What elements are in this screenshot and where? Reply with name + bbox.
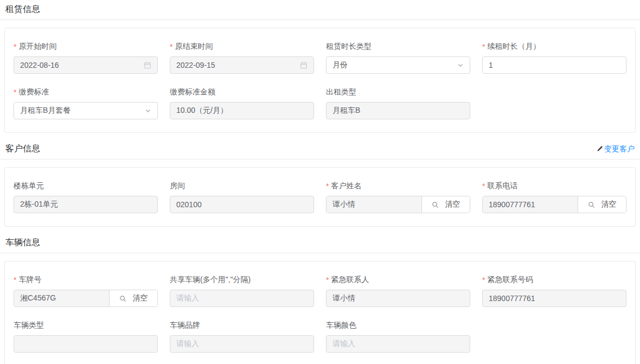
field-room: 房间020100 (170, 181, 314, 213)
section-card: *原开始时间2022-08-16*原结束时间2022-09-15租赁时长类型月份… (4, 28, 636, 133)
plate-number-actions: 清空 (110, 290, 157, 306)
search-icon[interactable] (119, 295, 126, 302)
vehicle-color-label: 车辆颜色 (326, 320, 470, 331)
building-unit-label: 楼栋单元 (14, 181, 158, 191)
search-icon[interactable] (432, 201, 439, 208)
lease-duration-type-select[interactable]: 月份 (326, 56, 470, 74)
emergency-contact-label: *紧急联系人 (326, 274, 470, 285)
section-header: 租赁信息 (0, 0, 640, 20)
change-customer-label: 变更客户 (604, 143, 635, 155)
required-asterisk: * (14, 276, 16, 284)
customer-name-label: *客户姓名 (326, 181, 470, 191)
input-value: 18900777761 (489, 294, 620, 303)
original-end-date-input: 2022-09-15 (170, 56, 314, 74)
field-grid: *原开始时间2022-08-16*原结束时间2022-09-15租赁时长类型月份… (14, 41, 626, 119)
section-card: *车牌号湘C4567G清空共享车辆(多个用","分隔)请输入*紧急联系人谭小情*… (4, 261, 636, 364)
field-payment-standard-amount: 缴费标准金额10.00（元/月） (170, 87, 314, 119)
field-label-text: 缴费标准金额 (170, 87, 215, 97)
input-placeholder: 请输入 (176, 293, 308, 303)
field-label-text: 车辆类型 (14, 321, 44, 330)
field-label-text: 车辆颜色 (326, 321, 356, 330)
rental-type-input: 月租车B (326, 102, 470, 119)
field-emergency-phone: *紧急联系号码18900777761 (482, 274, 626, 307)
required-asterisk: * (326, 276, 329, 284)
field-renewal-duration-months: *续租时长（月）1 (482, 41, 626, 74)
vehicle-color-input: 请输入 (326, 335, 470, 353)
required-asterisk: * (14, 42, 16, 51)
lease-duration-type-label: 租赁时长类型 (326, 41, 470, 52)
required-asterisk: * (326, 182, 329, 190)
input-value: 2022-09-15 (176, 61, 300, 69)
field-rental-type: 出租类型月租车B (326, 87, 470, 119)
field-vehicle-brand: 车辆品牌请输入 (170, 320, 314, 353)
plate-number-search-group: 湘C4567G清空 (14, 290, 158, 307)
section-card: 楼栋单元2栋-01单元房间020100*客户姓名谭小情清空*联系电话189007… (4, 167, 636, 227)
chevron-down-icon (145, 107, 151, 114)
field-lease-duration-type: 租赁时长类型月份 (326, 41, 470, 74)
section-header: 客户信息变更客户 (0, 139, 640, 159)
change-customer-link[interactable]: 变更客户 (597, 143, 635, 155)
field-label-text: 共享车辆(多个用","分隔) (170, 275, 251, 285)
field-original-start-date: *原开始时间2022-08-16 (14, 41, 158, 74)
required-asterisk: * (170, 42, 172, 51)
input-value: 谭小情 (332, 293, 464, 303)
required-asterisk: * (482, 182, 485, 190)
emergency-phone-label: *紧急联系号码 (482, 274, 626, 285)
room-input: 020100 (170, 196, 314, 213)
input-value: 谭小情 (332, 200, 355, 209)
emergency-contact-input: 谭小情 (326, 290, 470, 307)
input-value: 2栋-01单元 (20, 200, 151, 209)
input-placeholder: 请输入 (332, 339, 464, 349)
contact-phone-search-group: 18900777761清空 (482, 196, 626, 213)
field-label-text: 车牌号 (18, 275, 41, 285)
plate-number-input: 湘C4567G (14, 290, 110, 306)
payment-standard-amount-input: 10.00（元/月） (170, 102, 314, 119)
field-label-text: 车辆品牌 (170, 321, 200, 330)
input-value: 10.00（元/月） (176, 106, 308, 116)
contact-phone-input: 18900777761 (483, 196, 578, 213)
section-title: 车辆信息 (5, 237, 40, 248)
required-asterisk: * (482, 276, 485, 284)
field-label-text: 楼栋单元 (14, 181, 44, 191)
field-grid: 楼栋单元2栋-01单元房间020100*客户姓名谭小情清空*联系电话189007… (14, 181, 626, 213)
input-value: 020100 (176, 200, 308, 209)
payment-standard-label: *缴费标准 (14, 87, 158, 98)
field-label-text: 原开始时间 (18, 42, 56, 52)
field-label-text: 租赁时长类型 (326, 42, 372, 52)
vehicle-type-label: 车辆类型 (14, 320, 158, 331)
shared-vehicles-label: 共享车辆(多个用","分隔) (170, 274, 314, 285)
field-payment-standard: *缴费标准月租车B月套餐 (14, 87, 158, 119)
field-building-unit: 楼栋单元2栋-01单元 (14, 181, 158, 213)
renewal-duration-months-input[interactable]: 1 (482, 56, 626, 74)
room-label: 房间 (170, 181, 314, 191)
section-title: 客户信息 (5, 143, 40, 155)
field-original-end-date: *原结束时间2022-09-15 (170, 41, 314, 74)
input-value: 2022-08-16 (20, 61, 144, 69)
required-asterisk: * (482, 42, 485, 51)
shared-vehicles-input: 请输入 (170, 290, 314, 307)
input-value: 18900777761 (489, 200, 535, 209)
clear-button[interactable]: 清空 (445, 200, 460, 209)
search-icon[interactable] (588, 201, 595, 208)
contact-phone-label: *联系电话 (482, 181, 626, 191)
original-end-date-label: *原结束时间 (170, 41, 314, 52)
field-label-text: 紧急联系人 (331, 275, 369, 285)
vehicle-brand-input: 请输入 (170, 335, 314, 353)
customer-name-input: 谭小情 (327, 196, 422, 213)
clear-button[interactable]: 清空 (133, 293, 148, 303)
lease-renewal-form: 租赁信息*原开始时间2022-08-16*原结束时间2022-09-15租赁时长… (0, 0, 640, 364)
payment-standard-select[interactable]: 月租车B月套餐 (14, 102, 158, 119)
original-start-date-label: *原开始时间 (14, 41, 158, 52)
field-label-text: 客户姓名 (331, 181, 361, 191)
rental-type-label: 出租类型 (326, 87, 470, 98)
contact-phone-actions: 清空 (578, 196, 626, 213)
field-contact-phone: *联系电话18900777761清空 (482, 181, 626, 213)
vehicle-type-input (14, 335, 158, 353)
field-vehicle-type: 车辆类型 (14, 320, 158, 353)
section-header: 车辆信息 (0, 233, 640, 253)
chevron-down-icon (457, 62, 464, 68)
clear-button[interactable]: 清空 (601, 200, 617, 209)
input-value: 月份 (332, 60, 457, 70)
customer-name-actions: 清空 (422, 196, 470, 213)
renewal-duration-months-label: *续租时长（月） (482, 41, 626, 52)
